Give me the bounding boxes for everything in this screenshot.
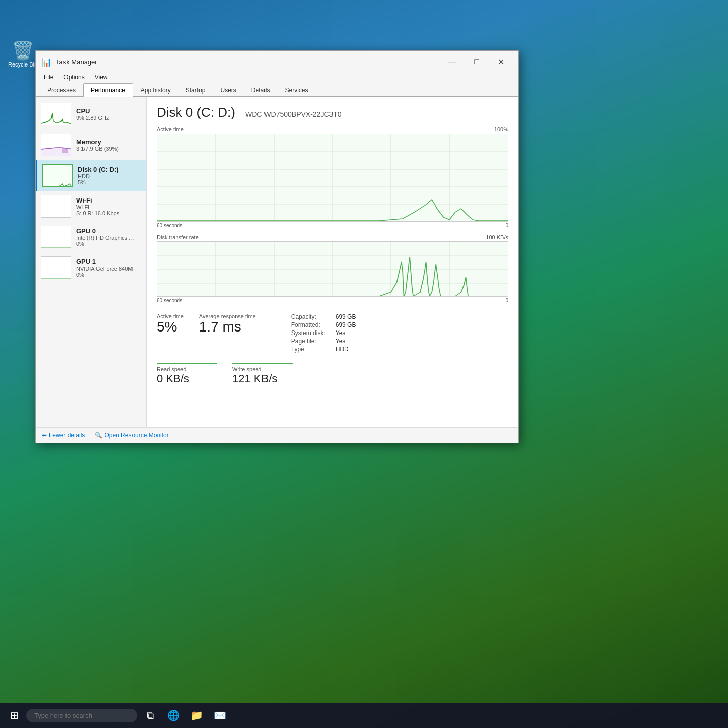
cpu-info: CPU 9% 2.89 GHz: [76, 107, 109, 121]
task-manager-app-icon: 📊: [42, 57, 52, 67]
transfer-rate-section: Disk transfer rate 100 KB/s: [157, 234, 508, 303]
svg-rect-6: [41, 226, 71, 248]
task-manager-window: 📊 Task Manager — □ ✕ File Options View P…: [35, 50, 519, 443]
chevron-left-icon: ⬅: [42, 432, 47, 439]
title-bar: 📊 Task Manager — □ ✕: [36, 51, 518, 71]
active-time-bottom: 60 seconds 0: [157, 223, 508, 228]
cpu-thumbnail: [41, 103, 71, 125]
menu-bar: File Options View: [36, 71, 518, 83]
memory-thumbnail: [41, 134, 71, 156]
gpu0-info: GPU 0 Intel(R) HD Graphics ... 0%: [76, 227, 134, 247]
read-speed-block: Read speed 0 KB/s: [157, 363, 217, 385]
minimize-button[interactable]: —: [441, 55, 464, 69]
sidebar-item-disk0[interactable]: Disk 0 (C: D:) HDD 5%: [36, 160, 146, 191]
wifi-info: Wi-Fi Wi-Fi S: 0 R: 16.0 Kbps: [76, 196, 119, 216]
taskbar-search[interactable]: [26, 709, 137, 722]
sidebar-item-memory[interactable]: Memory 3.1/7.9 GB (39%): [36, 129, 146, 160]
right-stats-panel: Capacity: 699 GB Formatted: 699 GB Syste…: [291, 313, 356, 353]
write-speed-value: 121 KB/s: [232, 372, 293, 385]
memory-info: Memory 3.1/7.9 GB (39%): [76, 138, 119, 152]
svg-rect-7: [41, 257, 71, 279]
avg-response-value: 1.7 ms: [199, 319, 256, 335]
open-resource-monitor-link[interactable]: 🔍 Open Resource Monitor: [95, 432, 168, 439]
taskbar: ⊞ ⧉ 🌐 📁 ✉️: [0, 703, 728, 728]
tab-details[interactable]: Details: [244, 83, 278, 97]
gpu1-info: GPU 1 NVIDIA GeForce 840M 0%: [76, 258, 133, 278]
disk-header: Disk 0 (C: D:) WDC WD7500BPVX-22JC3T0: [157, 105, 508, 120]
bottom-bar: ⬅ Fewer details 🔍 Open Resource Monitor: [36, 427, 518, 443]
tab-performance[interactable]: Performance: [83, 83, 133, 97]
active-time-section: Active time 100%: [157, 126, 508, 228]
resource-monitor-icon: 🔍: [95, 432, 102, 439]
stat-active-time: Active time 5%: [157, 313, 184, 335]
taskbar-mail-icon[interactable]: ✉️: [210, 705, 230, 725]
disk-title: Disk 0 (C: D:): [157, 105, 235, 120]
desktop: 🗑️ Recycle Bin 📊 Task Manager — □ ✕ File…: [0, 0, 728, 728]
tab-users[interactable]: Users: [213, 83, 243, 97]
taskbar-edge-icon[interactable]: 🌐: [163, 705, 183, 725]
sidebar-item-gpu0[interactable]: GPU 0 Intel(R) HD Graphics ... 0%: [36, 222, 146, 252]
transfer-rate-chart: [157, 241, 508, 297]
transfer-rate-label: Disk transfer rate 100 KB/s: [157, 234, 508, 240]
active-time-label: Active time 100%: [157, 126, 508, 133]
menu-file[interactable]: File: [40, 72, 57, 82]
stat-avg-response: Average response time 1.7 ms: [199, 313, 256, 335]
transfer-rate-bottom: 60 seconds 0: [157, 298, 508, 303]
taskbar-task-view[interactable]: ⧉: [140, 705, 160, 725]
sidebar-item-gpu1[interactable]: GPU 1 NVIDIA GeForce 840M 0%: [36, 252, 146, 283]
sidebar-item-cpu[interactable]: CPU 9% 2.89 GHz: [36, 99, 146, 129]
tab-bar: Processes Performance App history Startu…: [36, 83, 518, 97]
active-time-value: 5%: [157, 319, 184, 335]
taskbar-folder-icon[interactable]: 📁: [186, 705, 207, 725]
disk0-thumbnail: [42, 164, 73, 187]
svg-rect-3: [62, 148, 68, 153]
write-speed-block: Write speed 121 KB/s: [232, 363, 293, 385]
recycle-bin-icon[interactable]: 🗑️ Recycle Bin: [8, 40, 38, 68]
window-title: Task Manager: [56, 58, 97, 66]
active-time-chart: [157, 134, 508, 222]
right-panel: Disk 0 (C: D:) WDC WD7500BPVX-22JC3T0 Ac…: [147, 97, 518, 427]
svg-rect-4: [43, 165, 73, 187]
menu-view[interactable]: View: [91, 72, 112, 82]
main-content: CPU 9% 2.89 GHz Me: [36, 97, 518, 427]
window-controls: — □ ✕: [441, 55, 512, 69]
disk0-info: Disk 0 (C: D:) HDD 5%: [78, 166, 119, 185]
tab-startup[interactable]: Startup: [178, 83, 213, 97]
wifi-thumbnail: [41, 195, 71, 218]
gpu0-thumbnail: [41, 226, 71, 248]
sidebar-item-wifi[interactable]: Wi-Fi Wi-Fi S: 0 R: 16.0 Kbps: [36, 191, 146, 222]
read-speed-value: 0 KB/s: [157, 372, 217, 385]
start-button[interactable]: ⊞: [5, 706, 23, 724]
menu-options[interactable]: Options: [59, 72, 88, 82]
tab-services[interactable]: Services: [278, 83, 316, 97]
gpu1-thumbnail: [41, 256, 71, 279]
stats-area: Active time 5% Average response time 1.7…: [157, 313, 508, 353]
fewer-details-link[interactable]: ⬅ Fewer details: [42, 432, 85, 439]
tab-processes[interactable]: Processes: [40, 83, 83, 97]
close-button[interactable]: ✕: [489, 55, 512, 69]
svg-rect-5: [41, 195, 71, 218]
performance-sidebar: CPU 9% 2.89 GHz Me: [36, 97, 147, 427]
speed-row: Read speed 0 KB/s Write speed 121 KB/s: [157, 363, 508, 385]
title-bar-left: 📊 Task Manager: [42, 57, 97, 67]
maximize-button[interactable]: □: [465, 55, 488, 69]
tab-app-history[interactable]: App history: [133, 83, 178, 97]
disk-model: WDC WD7500BPVX-22JC3T0: [245, 110, 342, 118]
